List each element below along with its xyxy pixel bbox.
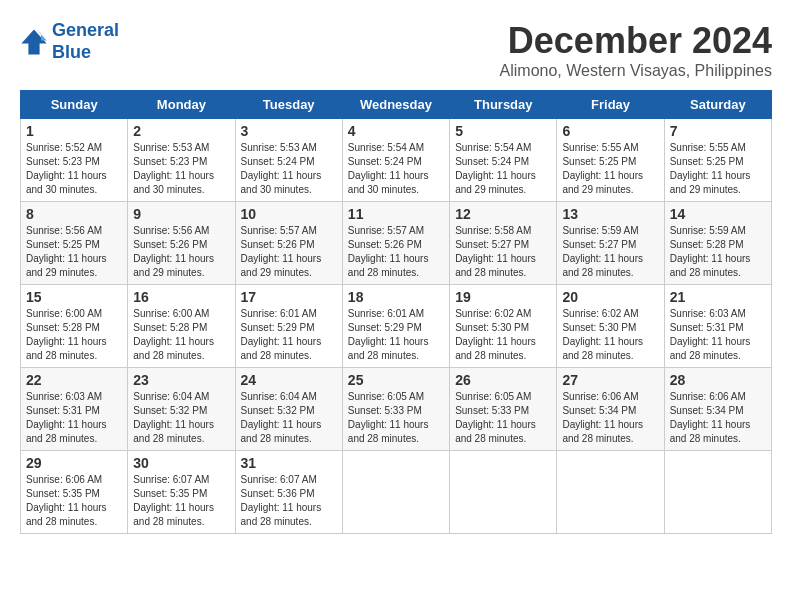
day-info: Sunrise: 5:53 AM Sunset: 5:23 PM Dayligh… [133, 141, 229, 197]
day-info: Sunrise: 5:56 AM Sunset: 5:26 PM Dayligh… [133, 224, 229, 280]
table-row: 10 Sunrise: 5:57 AM Sunset: 5:26 PM Dayl… [235, 202, 342, 285]
day-info: Sunrise: 6:06 AM Sunset: 5:35 PM Dayligh… [26, 473, 122, 529]
day-number: 4 [348, 123, 444, 139]
day-number: 14 [670, 206, 766, 222]
day-number: 28 [670, 372, 766, 388]
day-number: 2 [133, 123, 229, 139]
col-wednesday: Wednesday [342, 91, 449, 119]
table-row: 19 Sunrise: 6:02 AM Sunset: 5:30 PM Dayl… [450, 285, 557, 368]
month-title: December 2024 [500, 20, 772, 62]
table-row: 11 Sunrise: 5:57 AM Sunset: 5:26 PM Dayl… [342, 202, 449, 285]
day-info: Sunrise: 5:52 AM Sunset: 5:23 PM Dayligh… [26, 141, 122, 197]
col-tuesday: Tuesday [235, 91, 342, 119]
table-row: 6 Sunrise: 5:55 AM Sunset: 5:25 PM Dayli… [557, 119, 664, 202]
table-row: 9 Sunrise: 5:56 AM Sunset: 5:26 PM Dayli… [128, 202, 235, 285]
logo-icon [20, 28, 48, 56]
day-info: Sunrise: 5:55 AM Sunset: 5:25 PM Dayligh… [670, 141, 766, 197]
day-info: Sunrise: 6:02 AM Sunset: 5:30 PM Dayligh… [455, 307, 551, 363]
table-row: 4 Sunrise: 5:54 AM Sunset: 5:24 PM Dayli… [342, 119, 449, 202]
day-info: Sunrise: 6:00 AM Sunset: 5:28 PM Dayligh… [133, 307, 229, 363]
table-row: 21 Sunrise: 6:03 AM Sunset: 5:31 PM Dayl… [664, 285, 771, 368]
col-monday: Monday [128, 91, 235, 119]
day-info: Sunrise: 6:01 AM Sunset: 5:29 PM Dayligh… [348, 307, 444, 363]
day-number: 18 [348, 289, 444, 305]
col-sunday: Sunday [21, 91, 128, 119]
day-info: Sunrise: 5:54 AM Sunset: 5:24 PM Dayligh… [455, 141, 551, 197]
table-row [664, 451, 771, 534]
table-row: 15 Sunrise: 6:00 AM Sunset: 5:28 PM Dayl… [21, 285, 128, 368]
table-row: 23 Sunrise: 6:04 AM Sunset: 5:32 PM Dayl… [128, 368, 235, 451]
table-row: 5 Sunrise: 5:54 AM Sunset: 5:24 PM Dayli… [450, 119, 557, 202]
col-friday: Friday [557, 91, 664, 119]
day-info: Sunrise: 5:55 AM Sunset: 5:25 PM Dayligh… [562, 141, 658, 197]
table-row: 16 Sunrise: 6:00 AM Sunset: 5:28 PM Dayl… [128, 285, 235, 368]
day-number: 6 [562, 123, 658, 139]
day-info: Sunrise: 5:58 AM Sunset: 5:27 PM Dayligh… [455, 224, 551, 280]
day-info: Sunrise: 6:06 AM Sunset: 5:34 PM Dayligh… [562, 390, 658, 446]
page-header: General Blue December 2024 Alimono, West… [20, 20, 772, 80]
day-number: 5 [455, 123, 551, 139]
day-info: Sunrise: 6:02 AM Sunset: 5:30 PM Dayligh… [562, 307, 658, 363]
day-info: Sunrise: 6:07 AM Sunset: 5:35 PM Dayligh… [133, 473, 229, 529]
day-info: Sunrise: 6:04 AM Sunset: 5:32 PM Dayligh… [241, 390, 337, 446]
day-number: 25 [348, 372, 444, 388]
logo-line1: General [52, 20, 119, 40]
day-number: 26 [455, 372, 551, 388]
day-info: Sunrise: 6:01 AM Sunset: 5:29 PM Dayligh… [241, 307, 337, 363]
calendar-week-row: 29 Sunrise: 6:06 AM Sunset: 5:35 PM Dayl… [21, 451, 772, 534]
day-info: Sunrise: 5:59 AM Sunset: 5:28 PM Dayligh… [670, 224, 766, 280]
calendar-week-row: 1 Sunrise: 5:52 AM Sunset: 5:23 PM Dayli… [21, 119, 772, 202]
calendar-week-row: 22 Sunrise: 6:03 AM Sunset: 5:31 PM Dayl… [21, 368, 772, 451]
table-row: 7 Sunrise: 5:55 AM Sunset: 5:25 PM Dayli… [664, 119, 771, 202]
day-number: 31 [241, 455, 337, 471]
table-row: 14 Sunrise: 5:59 AM Sunset: 5:28 PM Dayl… [664, 202, 771, 285]
day-number: 20 [562, 289, 658, 305]
day-number: 10 [241, 206, 337, 222]
logo-text: General Blue [52, 20, 119, 63]
table-row [450, 451, 557, 534]
table-row: 8 Sunrise: 5:56 AM Sunset: 5:25 PM Dayli… [21, 202, 128, 285]
day-info: Sunrise: 5:56 AM Sunset: 5:25 PM Dayligh… [26, 224, 122, 280]
table-row: 28 Sunrise: 6:06 AM Sunset: 5:34 PM Dayl… [664, 368, 771, 451]
day-info: Sunrise: 5:53 AM Sunset: 5:24 PM Dayligh… [241, 141, 337, 197]
day-number: 27 [562, 372, 658, 388]
table-row: 25 Sunrise: 6:05 AM Sunset: 5:33 PM Dayl… [342, 368, 449, 451]
day-info: Sunrise: 5:59 AM Sunset: 5:27 PM Dayligh… [562, 224, 658, 280]
day-info: Sunrise: 6:05 AM Sunset: 5:33 PM Dayligh… [455, 390, 551, 446]
table-row: 26 Sunrise: 6:05 AM Sunset: 5:33 PM Dayl… [450, 368, 557, 451]
calendar-week-row: 8 Sunrise: 5:56 AM Sunset: 5:25 PM Dayli… [21, 202, 772, 285]
calendar-table: Sunday Monday Tuesday Wednesday Thursday… [20, 90, 772, 534]
logo-line2: Blue [52, 42, 91, 62]
day-number: 15 [26, 289, 122, 305]
day-number: 22 [26, 372, 122, 388]
day-number: 30 [133, 455, 229, 471]
calendar-week-row: 15 Sunrise: 6:00 AM Sunset: 5:28 PM Dayl… [21, 285, 772, 368]
table-row: 30 Sunrise: 6:07 AM Sunset: 5:35 PM Dayl… [128, 451, 235, 534]
title-block: December 2024 Alimono, Western Visayas, … [500, 20, 772, 80]
day-number: 17 [241, 289, 337, 305]
table-row: 18 Sunrise: 6:01 AM Sunset: 5:29 PM Dayl… [342, 285, 449, 368]
day-info: Sunrise: 5:57 AM Sunset: 5:26 PM Dayligh… [241, 224, 337, 280]
day-info: Sunrise: 6:00 AM Sunset: 5:28 PM Dayligh… [26, 307, 122, 363]
location-title: Alimono, Western Visayas, Philippines [500, 62, 772, 80]
table-row: 2 Sunrise: 5:53 AM Sunset: 5:23 PM Dayli… [128, 119, 235, 202]
day-number: 23 [133, 372, 229, 388]
day-number: 19 [455, 289, 551, 305]
day-number: 16 [133, 289, 229, 305]
col-saturday: Saturday [664, 91, 771, 119]
calendar-header-row: Sunday Monday Tuesday Wednesday Thursday… [21, 91, 772, 119]
day-info: Sunrise: 6:07 AM Sunset: 5:36 PM Dayligh… [241, 473, 337, 529]
day-number: 9 [133, 206, 229, 222]
table-row: 3 Sunrise: 5:53 AM Sunset: 5:24 PM Dayli… [235, 119, 342, 202]
table-row: 29 Sunrise: 6:06 AM Sunset: 5:35 PM Dayl… [21, 451, 128, 534]
logo: General Blue [20, 20, 119, 63]
day-number: 11 [348, 206, 444, 222]
day-info: Sunrise: 6:03 AM Sunset: 5:31 PM Dayligh… [26, 390, 122, 446]
table-row: 22 Sunrise: 6:03 AM Sunset: 5:31 PM Dayl… [21, 368, 128, 451]
day-info: Sunrise: 6:05 AM Sunset: 5:33 PM Dayligh… [348, 390, 444, 446]
day-number: 12 [455, 206, 551, 222]
day-info: Sunrise: 5:54 AM Sunset: 5:24 PM Dayligh… [348, 141, 444, 197]
table-row: 31 Sunrise: 6:07 AM Sunset: 5:36 PM Dayl… [235, 451, 342, 534]
table-row [557, 451, 664, 534]
day-number: 29 [26, 455, 122, 471]
